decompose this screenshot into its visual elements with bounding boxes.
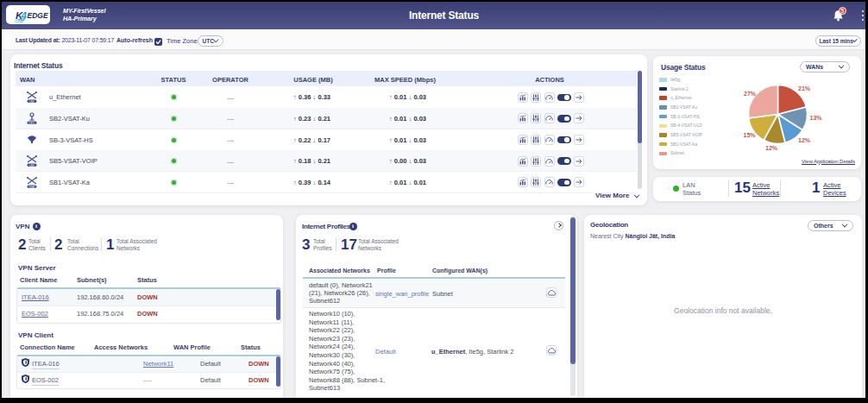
svg-text:LBD: LBD [29,164,35,167]
svg-text:LBD: LBD [29,100,35,104]
svg-text:VSAT: VSAT [28,185,35,188]
svg-text:CELL: CELL [28,121,35,124]
